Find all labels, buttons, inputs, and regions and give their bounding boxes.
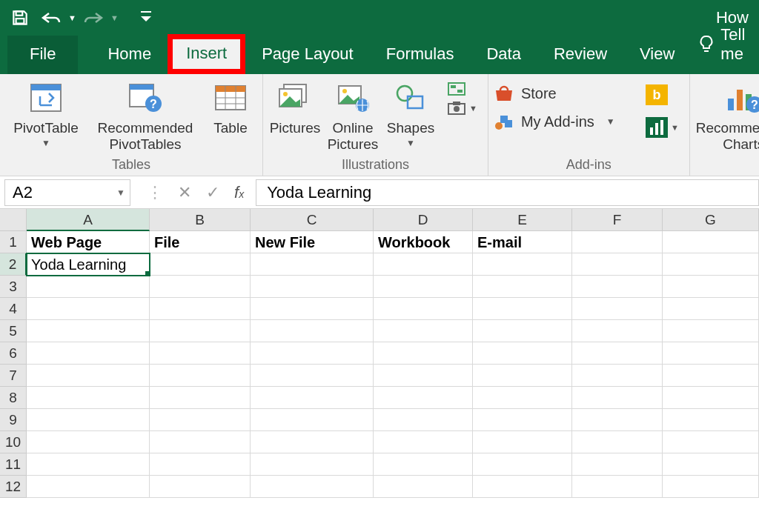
cell-D9[interactable]	[374, 409, 473, 431]
cell-B11[interactable]	[150, 453, 251, 476]
cell-C12[interactable]	[251, 476, 374, 498]
row-header-5[interactable]: 5	[0, 320, 27, 342]
cell-D2[interactable]	[374, 253, 473, 276]
cell-B4[interactable]	[150, 298, 251, 320]
fx-icon[interactable]: fx	[234, 183, 244, 202]
cell-A1[interactable]: Web Page	[27, 231, 150, 253]
cell-F10[interactable]	[572, 431, 663, 453]
cell-B1[interactable]: File	[150, 231, 251, 253]
cell-E5[interactable]	[473, 320, 572, 342]
cell-B2[interactable]	[150, 253, 251, 276]
cell-D11[interactable]	[374, 453, 473, 476]
cell-B10[interactable]	[150, 431, 251, 453]
cell-G6[interactable]	[663, 342, 759, 365]
col-header-A[interactable]: A	[27, 209, 150, 231]
qat-customize[interactable]	[132, 4, 160, 32]
spreadsheet-grid[interactable]: A B C D E F G 1 Web Page File New File W…	[0, 209, 759, 498]
row-header-10[interactable]: 10	[0, 431, 27, 453]
cell-D7[interactable]	[374, 365, 473, 387]
cell-F6[interactable]	[572, 342, 663, 365]
cell-F2[interactable]	[572, 253, 663, 276]
cell-A5[interactable]	[27, 320, 150, 342]
cancel-icon[interactable]: ✕	[178, 183, 191, 202]
tab-insert[interactable]: Insert	[168, 34, 245, 74]
cell-A7[interactable]	[27, 365, 150, 387]
save-button[interactable]	[6, 4, 34, 32]
undo-dropdown-caret[interactable]: ▼	[68, 13, 76, 22]
cell-D12[interactable]	[374, 476, 473, 498]
cell-A12[interactable]	[27, 476, 150, 498]
cell-B6[interactable]	[150, 342, 251, 365]
cell-D5[interactable]	[374, 320, 473, 342]
cell-G3[interactable]	[663, 276, 759, 298]
cell-D4[interactable]	[374, 298, 473, 320]
col-header-B[interactable]: B	[150, 209, 251, 231]
shapes-button[interactable]: Shapes ▼	[385, 77, 437, 148]
row-header-1[interactable]: 1	[0, 231, 27, 253]
chevron-down-icon[interactable]: ▼	[606, 116, 615, 127]
cell-C7[interactable]	[251, 365, 374, 387]
cell-A3[interactable]	[27, 276, 150, 298]
cell-F5[interactable]	[572, 320, 663, 342]
chevron-down-icon[interactable]: ▼	[116, 187, 125, 198]
cell-E4[interactable]	[473, 298, 572, 320]
cell-C6[interactable]	[251, 342, 374, 365]
cell-G12[interactable]	[663, 476, 759, 498]
cell-A8[interactable]	[27, 387, 150, 409]
tab-home[interactable]: Home	[91, 36, 168, 74]
cell-C3[interactable]	[251, 276, 374, 298]
cell-C4[interactable]	[251, 298, 374, 320]
col-header-F[interactable]: F	[572, 209, 663, 231]
cell-D10[interactable]	[374, 431, 473, 453]
cell-B3[interactable]	[150, 276, 251, 298]
pivot-table-button[interactable]: PivotTable ▼	[6, 77, 86, 148]
cell-G7[interactable]	[663, 365, 759, 387]
cell-D1[interactable]: Workbook	[374, 231, 473, 253]
cell-G1[interactable]	[663, 231, 759, 253]
cell-F9[interactable]	[572, 409, 663, 431]
row-header-9[interactable]: 9	[0, 409, 27, 431]
people-graph-button[interactable]: ▼	[646, 117, 679, 138]
cell-E9[interactable]	[473, 409, 572, 431]
row-header-2[interactable]: 2	[0, 253, 27, 276]
screenshot-button[interactable]: ▼	[447, 101, 477, 116]
row-header-12[interactable]: 12	[0, 476, 27, 498]
smartart-button[interactable]	[447, 82, 477, 96]
recommended-pivot-button[interactable]: ? Recommended PivotTables	[92, 77, 199, 153]
cell-A11[interactable]	[27, 453, 150, 476]
row-header-6[interactable]: 6	[0, 342, 27, 365]
cell-F1[interactable]	[572, 231, 663, 253]
cell-F7[interactable]	[572, 365, 663, 387]
row-header-8[interactable]: 8	[0, 387, 27, 409]
cell-F12[interactable]	[572, 476, 663, 498]
cell-C5[interactable]	[251, 320, 374, 342]
cell-B8[interactable]	[150, 387, 251, 409]
cell-C2[interactable]	[251, 253, 374, 276]
cell-A9[interactable]	[27, 409, 150, 431]
enter-icon[interactable]: ✓	[206, 183, 219, 202]
cell-B12[interactable]	[150, 476, 251, 498]
cell-G10[interactable]	[663, 431, 759, 453]
row-header-11[interactable]: 11	[0, 453, 27, 476]
col-header-G[interactable]: G	[663, 209, 759, 231]
cell-C8[interactable]	[251, 387, 374, 409]
cell-C1[interactable]: New File	[251, 231, 374, 253]
select-all-corner[interactable]	[0, 209, 27, 231]
cell-F4[interactable]	[572, 298, 663, 320]
my-addins-button[interactable]: My Add-ins ▼	[494, 113, 635, 130]
cell-B5[interactable]	[150, 320, 251, 342]
tab-page-layout[interactable]: Page Layout	[245, 36, 370, 74]
cell-E3[interactable]	[473, 276, 572, 298]
tell-me-search[interactable]: Tell me	[698, 25, 752, 74]
redo-button[interactable]	[79, 4, 107, 32]
table-button[interactable]: Table	[205, 77, 256, 136]
cell-G4[interactable]	[663, 298, 759, 320]
recommended-charts-button[interactable]: ? Recommended Charts	[696, 77, 759, 153]
undo-button[interactable]	[37, 4, 65, 32]
formula-input[interactable]: Yoda Learning	[256, 179, 759, 206]
tab-view[interactable]: View	[623, 36, 691, 74]
store-button[interactable]: Store	[494, 84, 635, 102]
cell-D3[interactable]	[374, 276, 473, 298]
row-header-3[interactable]: 3	[0, 276, 27, 298]
cell-B9[interactable]	[150, 409, 251, 431]
